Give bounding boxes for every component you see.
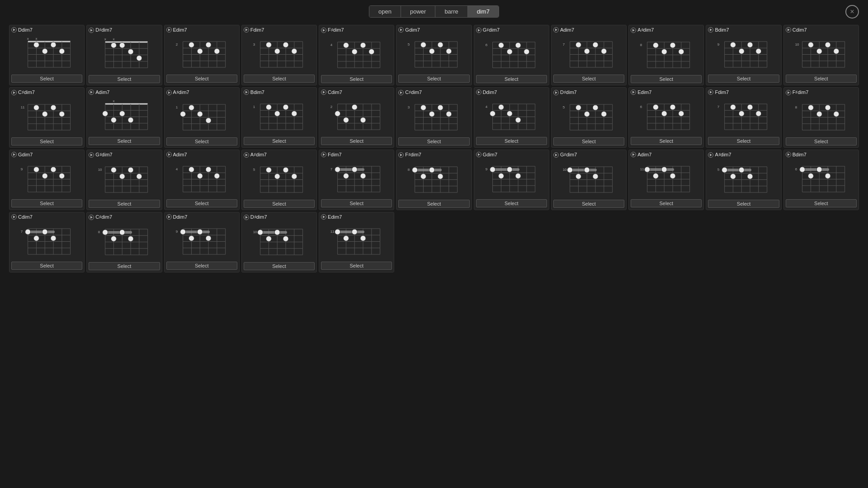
play-button-4[interactable]	[321, 28, 326, 33]
select-button-4[interactable]: Select	[321, 75, 392, 83]
svg-point-288	[507, 111, 512, 116]
chord-card-19: Edim76Select	[628, 87, 704, 148]
play-button-28[interactable]	[476, 152, 481, 157]
play-button-24[interactable]	[166, 152, 172, 157]
svg-text:11: 11	[640, 167, 644, 171]
chord-card-17: Ddim74Select	[474, 87, 549, 148]
play-button-27[interactable]	[398, 152, 404, 158]
select-button-12[interactable]: Select	[89, 137, 160, 145]
close-button[interactable]: ×	[845, 5, 859, 19]
play-button-36[interactable]	[244, 215, 249, 220]
play-button-1[interactable]	[89, 28, 94, 33]
play-button-22[interactable]	[11, 152, 17, 157]
select-button-37[interactable]: Select	[321, 262, 392, 270]
select-button-10[interactable]: Select	[786, 75, 857, 83]
play-button-20[interactable]	[708, 89, 713, 95]
select-button-2[interactable]: Select	[166, 75, 237, 83]
play-button-9[interactable]	[708, 27, 713, 33]
tab-dim7[interactable]: dim7	[468, 6, 499, 17]
select-button-31[interactable]: Select	[708, 200, 779, 208]
play-button-14[interactable]	[244, 89, 249, 95]
svg-point-570	[128, 236, 133, 241]
play-button-12[interactable]	[89, 89, 94, 95]
play-button-10[interactable]	[786, 27, 791, 33]
play-button-2[interactable]	[166, 27, 172, 33]
play-button-29[interactable]	[553, 152, 559, 158]
select-button-34[interactable]: Select	[89, 262, 160, 270]
select-button-9[interactable]: Select	[708, 75, 779, 83]
select-button-8[interactable]: Select	[631, 75, 702, 83]
chord-card-28: Gdim79Select	[474, 150, 549, 210]
select-button-13[interactable]: Select	[166, 137, 237, 145]
select-button-35[interactable]: Select	[166, 262, 237, 270]
select-button-28[interactable]: Select	[476, 199, 547, 207]
svg-point-47	[206, 42, 211, 47]
select-button-3[interactable]: Select	[244, 75, 315, 83]
play-button-15[interactable]	[321, 89, 326, 95]
play-button-35[interactable]	[166, 214, 172, 220]
select-button-26[interactable]: Select	[321, 199, 392, 207]
play-button-5[interactable]	[398, 27, 404, 33]
play-button-30[interactable]	[631, 152, 636, 157]
play-button-8[interactable]	[631, 28, 636, 33]
select-button-19[interactable]: Select	[631, 137, 702, 145]
play-button-34[interactable]	[89, 215, 94, 220]
play-button-3[interactable]	[244, 27, 249, 33]
play-button-26[interactable]	[321, 152, 326, 157]
svg-point-398	[189, 167, 194, 172]
play-button-19[interactable]	[631, 89, 636, 95]
play-button-25[interactable]	[244, 152, 249, 158]
play-button-17[interactable]	[476, 89, 481, 95]
select-button-6[interactable]: Select	[476, 75, 547, 83]
play-button-23[interactable]	[89, 152, 94, 158]
select-button-18[interactable]: Select	[553, 137, 624, 145]
play-button-33[interactable]	[11, 214, 17, 220]
chord-diagram-30: 11	[631, 158, 702, 198]
select-button-36[interactable]: Select	[244, 262, 315, 270]
tab-power[interactable]: power	[401, 6, 435, 17]
select-button-11[interactable]: Select	[11, 137, 82, 145]
play-button-13[interactable]	[166, 90, 172, 95]
play-button-0[interactable]	[11, 27, 17, 33]
play-button-16[interactable]	[398, 90, 404, 95]
play-button-32[interactable]	[786, 152, 791, 157]
select-button-24[interactable]: Select	[166, 199, 237, 207]
svg-point-368	[42, 173, 47, 178]
select-button-32[interactable]: Select	[786, 199, 857, 207]
select-button-16[interactable]: Select	[398, 137, 469, 145]
chord-diagram-6: 6	[476, 34, 547, 74]
select-button-5[interactable]: Select	[398, 75, 469, 83]
select-button-29[interactable]: Select	[553, 200, 624, 208]
play-button-31[interactable]	[708, 152, 713, 158]
play-button-7[interactable]	[553, 27, 559, 33]
svg-point-32	[128, 49, 133, 54]
select-button-27[interactable]: Select	[398, 200, 469, 208]
play-button-18[interactable]	[553, 90, 559, 95]
svg-point-337	[756, 111, 761, 116]
svg-point-127	[593, 42, 598, 47]
play-button-37[interactable]	[321, 214, 326, 220]
select-button-21[interactable]: Select	[786, 137, 857, 145]
select-button-30[interactable]: Select	[631, 199, 702, 207]
play-button-6[interactable]	[476, 28, 481, 33]
tab-open[interactable]: open	[369, 6, 401, 17]
select-button-33[interactable]: Select	[11, 262, 82, 270]
svg-point-385	[137, 174, 142, 179]
select-button-20[interactable]: Select	[708, 137, 779, 145]
tab-barre[interactable]: barre	[435, 6, 467, 17]
select-button-25[interactable]: Select	[244, 200, 315, 208]
play-button-11[interactable]	[11, 90, 17, 95]
svg-point-240	[274, 111, 280, 116]
svg-point-318	[653, 104, 659, 110]
select-button-0[interactable]: Select	[11, 75, 82, 83]
select-button-7[interactable]: Select	[553, 75, 624, 83]
chord-diagram-9: 9	[708, 33, 779, 74]
select-button-17[interactable]: Select	[476, 137, 547, 145]
select-button-22[interactable]: Select	[11, 199, 82, 207]
chord-card-37: Edim711Select	[319, 212, 394, 272]
select-button-14[interactable]: Select	[244, 137, 315, 145]
select-button-15[interactable]: Select	[321, 137, 392, 145]
select-button-1[interactable]: Select	[89, 75, 160, 83]
play-button-21[interactable]	[786, 90, 791, 95]
select-button-23[interactable]: Select	[89, 200, 160, 208]
